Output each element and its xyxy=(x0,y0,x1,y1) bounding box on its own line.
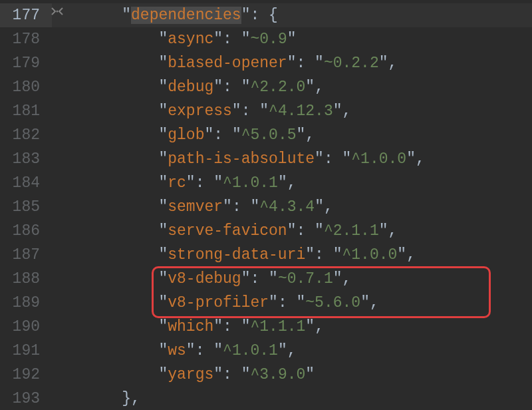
line-number: 181 xyxy=(0,99,52,123)
code-line[interactable]: "v8-profiler": "~5.6.0", xyxy=(52,291,532,315)
svg-point-0 xyxy=(57,11,59,13)
code-line[interactable]: "which": "^1.1.1", xyxy=(52,315,532,339)
json-key: async xyxy=(168,31,213,48)
code-line[interactable]: "dependencies": { xyxy=(52,3,532,27)
code-line[interactable]: "semver": "^4.3.4", xyxy=(52,195,532,219)
line-number: 184 xyxy=(0,171,52,195)
code-editor[interactable]: 1771781791801811821831841851861871881891… xyxy=(0,0,532,410)
open-brace: { xyxy=(269,7,278,24)
json-value: ~5.6.0 xyxy=(305,294,360,311)
code-line[interactable]: "rc": "^1.0.1", xyxy=(52,171,532,195)
json-key: glob xyxy=(168,126,204,144)
line-number: 187 xyxy=(0,243,52,267)
code-line[interactable]: "glob": "^5.0.5", xyxy=(52,123,532,147)
json-key: v8-profiler xyxy=(168,294,269,311)
json-value: ^5.0.5 xyxy=(241,126,297,144)
code-line[interactable]: "biased-opener": "~0.2.2", xyxy=(52,51,532,75)
fold-icon[interactable] xyxy=(49,7,65,17)
code-line[interactable]: "strong-data-uri": "^1.0.0", xyxy=(52,243,532,267)
code-line[interactable]: "debug": "^2.2.0", xyxy=(52,75,532,99)
json-key: rc xyxy=(168,174,186,192)
json-value: ~0.9 xyxy=(250,31,287,48)
line-number: 186 xyxy=(0,219,52,243)
json-key: which xyxy=(168,318,213,335)
code-area[interactable]: "dependencies": { "async": "~0.9" "biase… xyxy=(52,0,532,410)
line-number: 193 xyxy=(0,387,52,410)
json-value: ^1.0.1 xyxy=(223,342,278,359)
line-number: 182 xyxy=(0,123,52,147)
json-key: strong-data-uri xyxy=(168,246,305,264)
line-number: 191 xyxy=(0,339,52,363)
close-brace: } xyxy=(122,390,131,407)
json-key: ws xyxy=(168,342,186,359)
json-key: dependencies xyxy=(131,7,241,24)
json-value: ^1.0.0 xyxy=(342,246,398,264)
gutter: 1771781791801811821831841851861871881891… xyxy=(0,0,52,410)
json-key: serve-favicon xyxy=(168,222,287,240)
json-key: path-is-absolute xyxy=(168,150,315,168)
line-number: 183 xyxy=(0,147,52,171)
line-number: 178 xyxy=(0,27,52,51)
json-key: debug xyxy=(168,79,213,96)
line-number: 185 xyxy=(0,195,52,219)
line-number: 188 xyxy=(0,267,52,291)
json-value: ~0.7.1 xyxy=(278,270,333,288)
line-number: 192 xyxy=(0,363,52,387)
code-line[interactable]: "async": "~0.9" xyxy=(52,27,532,51)
code-line[interactable]: "v8-debug": "~0.7.1", xyxy=(52,267,532,291)
json-value: ^2.2.0 xyxy=(250,79,305,96)
json-value: ^2.1.1 xyxy=(324,222,379,240)
code-line[interactable]: "ws": "^1.0.1", xyxy=(52,339,532,363)
line-number: 189 xyxy=(0,291,52,315)
json-value: ^3.9.0 xyxy=(250,366,305,383)
json-key: v8-debug xyxy=(168,270,241,288)
code-line[interactable]: "path-is-absolute": "^1.0.0", xyxy=(52,147,532,171)
line-number: 180 xyxy=(0,75,52,99)
json-key: express xyxy=(168,102,232,120)
json-value: ^4.3.4 xyxy=(259,198,315,216)
code-line[interactable]: }, xyxy=(52,387,532,410)
code-line[interactable]: "serve-favicon": "^2.1.1", xyxy=(52,219,532,243)
json-key: yargs xyxy=(168,366,213,383)
json-value: ^4.12.3 xyxy=(269,102,333,120)
code-line[interactable]: "yargs": "^3.9.0" xyxy=(52,363,532,387)
json-key: biased-opener xyxy=(168,55,287,72)
json-value: ^1.1.1 xyxy=(250,318,305,335)
code-line[interactable]: "express": "^4.12.3", xyxy=(52,99,532,123)
line-number: 177 xyxy=(0,3,52,27)
line-number: 179 xyxy=(0,51,52,75)
json-value: ^1.0.0 xyxy=(351,150,406,168)
json-value: ^1.0.1 xyxy=(223,174,278,192)
json-value: ~0.2.2 xyxy=(324,55,379,72)
json-key: semver xyxy=(168,198,223,216)
line-number: 190 xyxy=(0,315,52,339)
